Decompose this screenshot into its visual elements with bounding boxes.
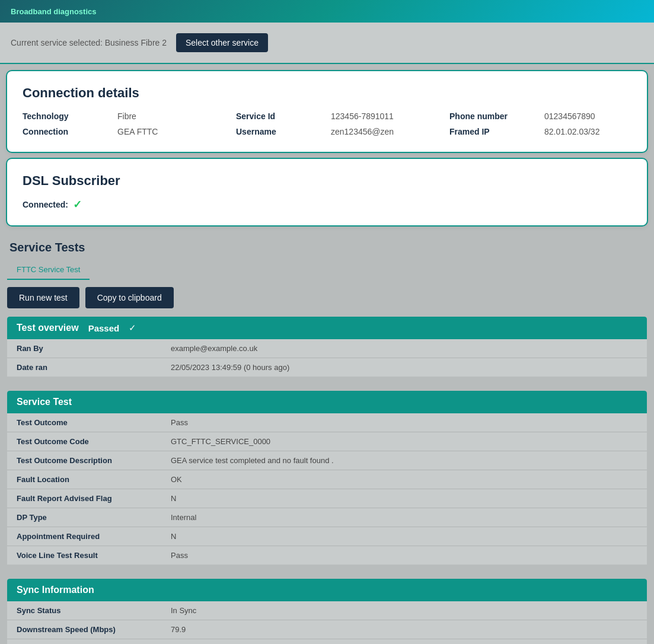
service-test-section: Service Test Test Outcome Pass Test Outc…: [7, 391, 647, 572]
connection-value: GEA FTTC: [117, 126, 236, 138]
connection-details-grid: Technology Fibre Service Id 123456-78910…: [23, 110, 631, 138]
downstream-speed-value: 79.9: [171, 625, 637, 634]
ran-by-label: Ran By: [17, 344, 171, 353]
connection-label: Connection: [23, 126, 117, 138]
dsl-connected-row: Connected: ✓: [23, 198, 631, 211]
service-id-value: 123456-7891011: [331, 110, 449, 122]
sync-info-header-title: Sync Information: [17, 585, 94, 595]
table-row: Test Outcome Code GTC_FTTC_SERVICE_0000: [7, 432, 647, 451]
fault-location-value: OK: [171, 475, 637, 484]
test-overview-table: Ran By example@example.co.uk Date ran 22…: [7, 339, 647, 377]
service-test-header: Service Test: [7, 391, 647, 413]
select-service-button[interactable]: Select other service: [176, 33, 268, 52]
connected-label: Connected:: [23, 200, 68, 209]
sync-info-table: Sync Status In Sync Downstream Speed (Mb…: [7, 601, 647, 644]
framed-ip-label: Framed IP: [449, 126, 544, 138]
sync-information-section: Sync Information Sync Status In Sync Dow…: [7, 579, 647, 644]
service-id-label: Service Id: [236, 110, 331, 122]
downstream-speed-label: Downstream Speed (Mbps): [17, 625, 171, 634]
tabs-bar: FTTC Service Test: [7, 260, 647, 280]
fttc-service-test-tab[interactable]: FTTC Service Test: [7, 260, 90, 280]
run-new-test-button[interactable]: Run new test: [7, 287, 79, 308]
table-row: Test Outcome Description GEA service tes…: [7, 451, 647, 470]
table-row: Sync Status In Sync: [7, 601, 647, 620]
copy-to-clipboard-button[interactable]: Copy to clipboard: [85, 287, 174, 308]
voice-line-label: Voice Line Test Result: [17, 551, 171, 560]
table-row: Downstream Speed (Mbps) 79.9: [7, 620, 647, 639]
date-ran-value: 22/05/2023 13:49:59 (0 hours ago): [171, 363, 637, 372]
appointment-required-value: N: [171, 532, 637, 541]
technology-label: Technology: [23, 110, 117, 122]
username-value: zen123456@zen: [331, 126, 449, 138]
table-row: Fault Report Advised Flag N: [7, 489, 647, 508]
table-row: Date ran 22/05/2023 13:49:59 (0 hours ag…: [7, 358, 647, 377]
technology-value: Fibre: [117, 110, 236, 122]
connection-details-title: Connection details: [23, 85, 631, 101]
fault-report-value: N: [171, 494, 637, 503]
sync-status-label: Sync Status: [17, 606, 171, 615]
username-label: Username: [236, 126, 331, 138]
service-test-table: Test Outcome Pass Test Outcome Code GTC_…: [7, 413, 647, 565]
service-tests-title: Service Tests: [7, 232, 647, 260]
service-tests-section: Service Tests FTTC Service Test Run new …: [7, 232, 647, 644]
framed-ip-value: 82.01.02.03/32: [544, 126, 631, 138]
service-test-header-title: Service Test: [17, 397, 72, 407]
table-row: Ran By example@example.co.uk: [7, 339, 647, 358]
appointment-required-label: Appointment Required: [17, 532, 171, 541]
test-outcome-value: Pass: [171, 418, 637, 427]
test-outcome-desc-label: Test Outcome Description: [17, 456, 171, 465]
table-row: DP Type Internal: [7, 508, 647, 527]
test-outcome-code-value: GTC_FTTC_SERVICE_0000: [171, 437, 637, 446]
voice-line-value: Pass: [171, 551, 637, 560]
ran-by-value: example@example.co.uk: [171, 344, 637, 353]
top-bar: Broadband diagnostics: [0, 0, 654, 23]
test-overview-status: Passed: [88, 323, 120, 333]
table-row: Upstream Speed (Mbps) 19.7: [7, 639, 647, 644]
test-outcome-desc-value: GEA service test completed and no fault …: [171, 456, 637, 465]
service-bar: Current service selected: Business Fibre…: [0, 23, 654, 64]
fault-report-label: Fault Report Advised Flag: [17, 494, 171, 503]
current-service-text: Current service selected: Business Fibre…: [11, 38, 167, 47]
test-outcome-label: Test Outcome: [17, 418, 171, 427]
date-ran-label: Date ran: [17, 363, 171, 372]
table-row: Voice Line Test Result Pass: [7, 546, 647, 565]
phone-number-value: 01234567890: [544, 110, 631, 122]
test-outcome-code-label: Test Outcome Code: [17, 437, 171, 446]
action-buttons: Run new test Copy to clipboard: [7, 287, 647, 308]
connection-details-card: Connection details Technology Fibre Serv…: [7, 71, 647, 152]
sync-info-header: Sync Information: [7, 579, 647, 601]
dp-type-value: Internal: [171, 513, 637, 522]
dsl-subscriber-title: DSL Subscriber: [23, 173, 631, 189]
main-content: Connection details Technology Fibre Serv…: [0, 64, 654, 644]
dsl-subscriber-card: DSL Subscriber Connected: ✓: [7, 159, 647, 225]
app-title: Broadband diagnostics: [11, 7, 96, 16]
phone-number-label: Phone number: [449, 110, 544, 122]
sync-status-value: In Sync: [171, 606, 637, 615]
test-overview-header-title: Test overview: [17, 323, 79, 333]
test-overview-header: Test overview Passed ✓: [7, 317, 647, 339]
connected-checkmark: ✓: [73, 198, 82, 211]
test-overview-section: Test overview Passed ✓ Ran By example@ex…: [7, 317, 647, 384]
dp-type-label: DP Type: [17, 513, 171, 522]
table-row: Fault Location OK: [7, 470, 647, 489]
test-overview-checkmark: ✓: [129, 323, 136, 333]
table-row: Appointment Required N: [7, 527, 647, 546]
table-row: Test Outcome Pass: [7, 413, 647, 432]
fault-location-label: Fault Location: [17, 475, 171, 484]
